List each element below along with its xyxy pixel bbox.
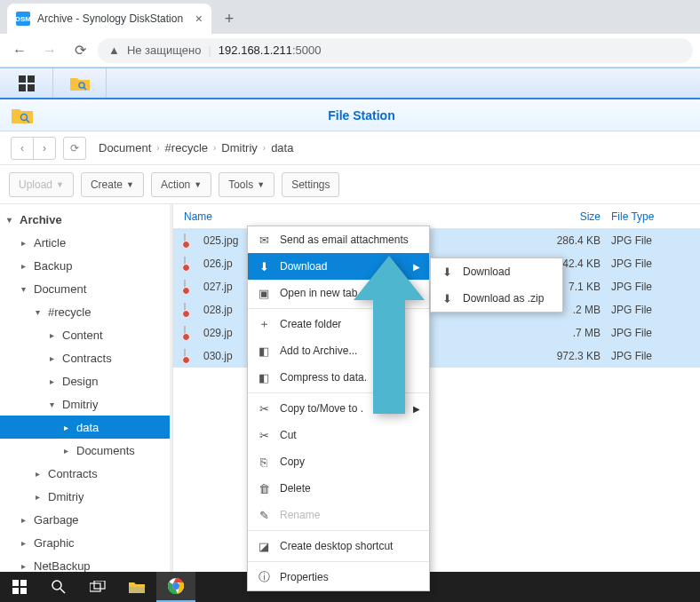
action-button[interactable]: Action▼: [151, 172, 211, 197]
window-title: File Station: [34, 108, 689, 123]
context-menu-item[interactable]: ✉Send as email attachments: [248, 226, 429, 253]
menu-item-icon: ▣: [257, 286, 271, 300]
address-host: 192.168.1.211: [219, 44, 292, 57]
browser-toolbar: ← → ⟳ ▲ Не защищено | 192.168.1.211:5000: [0, 34, 700, 67]
file-size: .7 MB: [531, 327, 611, 339]
tree-toggle-icon[interactable]: ▸: [50, 330, 59, 340]
close-icon[interactable]: ×: [195, 12, 203, 26]
tree-toggle-icon[interactable]: ▸: [21, 561, 30, 571]
image-file-icon: [184, 281, 198, 293]
tree-item-label: data: [76, 421, 99, 434]
tree-item[interactable]: ▸Documents: [0, 439, 172, 462]
windows-icon: [12, 580, 27, 594]
breadcrumb-row: ‹ › ⟳ Document›#recycle›Dmitriy›data: [0, 131, 700, 165]
menu-item-icon: ＋: [257, 317, 271, 331]
tree-toggle-icon[interactable]: ▸: [64, 423, 73, 432]
column-size[interactable]: Size: [531, 210, 611, 223]
tree-toggle-icon[interactable]: ▸: [50, 353, 59, 363]
create-button[interactable]: Create▼: [81, 172, 144, 197]
context-menu-item[interactable]: ⓘProperties: [248, 564, 429, 590]
search-button[interactable]: [39, 572, 78, 602]
tree-toggle-icon[interactable]: ▸: [36, 469, 44, 479]
history-back-button[interactable]: ‹: [11, 137, 34, 160]
tree-item[interactable]: ▸Graphic: [0, 531, 172, 554]
menu-item-icon: ◧: [257, 344, 271, 358]
tree-toggle-icon[interactable]: ▾: [7, 215, 16, 225]
upload-button[interactable]: Upload▼: [9, 172, 74, 197]
tree-item[interactable]: ▸Article: [0, 231, 172, 254]
download-icon: ⬇: [440, 265, 454, 279]
breadcrumb-segment[interactable]: Document: [99, 141, 151, 154]
tree-item[interactable]: ▾Dmitriy: [0, 392, 172, 416]
sidebar-resizer[interactable]: [170, 204, 172, 602]
forward-button[interactable]: →: [37, 38, 62, 63]
file-type: JPG File: [611, 327, 700, 339]
context-menu-item[interactable]: ✂Cut: [248, 422, 429, 448]
address-bar[interactable]: ▲ Не защищено | 192.168.1.211:5000: [98, 38, 693, 63]
tree-toggle-icon[interactable]: ▸: [64, 446, 73, 455]
tree-toggle-icon[interactable]: ▾: [21, 284, 30, 294]
breadcrumb-segment[interactable]: #recycle: [165, 141, 208, 154]
context-menu-item[interactable]: ⎘Copy: [248, 448, 429, 475]
tree-toggle-icon[interactable]: ▸: [21, 238, 30, 248]
tree-item[interactable]: ▸Backup: [0, 254, 172, 277]
task-view-button[interactable]: [78, 572, 117, 602]
dsm-apps-button[interactable]: [0, 68, 53, 98]
file-name: 027.jp: [203, 281, 233, 293]
history-forward-button[interactable]: ›: [33, 137, 56, 160]
context-menu-item[interactable]: 🗑Delete: [248, 475, 429, 502]
submenu-item-label: Download: [463, 265, 510, 278]
chevron-right-icon: ›: [263, 143, 266, 153]
tree-item[interactable]: ▾Archive: [0, 208, 172, 231]
new-tab-button[interactable]: +: [217, 6, 242, 31]
breadcrumb: Document›#recycle›Dmitriy›data: [99, 141, 293, 154]
tree-toggle-icon[interactable]: ▸: [21, 261, 30, 271]
tree-item[interactable]: ▸Content: [0, 323, 172, 346]
reload-button[interactable]: ⟳: [68, 38, 92, 63]
refresh-button[interactable]: ⟳: [63, 137, 86, 160]
tab-title: Archive - Synology DiskStation: [37, 12, 183, 25]
tree-item-label: Contracts: [48, 467, 98, 480]
back-button[interactable]: ←: [7, 38, 32, 63]
tree-item[interactable]: ▸Dmitriy: [0, 485, 172, 508]
svg-rect-11: [94, 581, 105, 589]
tree-item[interactable]: ▸data: [0, 416, 172, 439]
tree-item[interactable]: ▸Contracts: [0, 346, 172, 369]
menu-item-icon: ✉: [257, 233, 271, 247]
tree-item[interactable]: ▸Contracts: [0, 462, 172, 485]
file-name: 026.jp: [203, 257, 233, 270]
submenu-item[interactable]: ⬇Download: [431, 258, 562, 285]
tree-item[interactable]: ▸Design: [0, 369, 172, 392]
svg-rect-6: [12, 588, 19, 594]
column-name[interactable]: Name: [184, 210, 531, 223]
tree-item[interactable]: ▸Garbage: [0, 508, 172, 531]
column-type[interactable]: File Type: [611, 210, 700, 223]
tree-toggle-icon[interactable]: ▸: [36, 492, 44, 502]
menu-item-icon: ⬇: [257, 259, 271, 273]
start-button[interactable]: [0, 572, 39, 602]
tree-toggle-icon[interactable]: ▸: [21, 515, 30, 525]
tree-item[interactable]: ▾Document: [0, 277, 172, 300]
search-icon: [52, 580, 66, 594]
context-menu-item[interactable]: ◪Create desktop shortcut: [248, 533, 429, 559]
tree-toggle-icon[interactable]: ▸: [50, 376, 59, 386]
tree-toggle-icon[interactable]: ▸: [21, 538, 30, 548]
folder-search-icon: [11, 106, 34, 125]
menu-item-label: Cut: [280, 429, 297, 441]
breadcrumb-segment[interactable]: data: [271, 141, 293, 154]
tools-button[interactable]: Tools▼: [219, 172, 274, 197]
settings-button[interactable]: Settings: [282, 172, 339, 197]
browser-tab[interactable]: DSM Archive - Synology DiskStation ×: [7, 4, 211, 34]
chrome-taskbar-button[interactable]: [156, 572, 195, 602]
menu-item-label: Open in new tab: [280, 287, 357, 299]
dsm-file-station-button[interactable]: [53, 68, 107, 98]
menu-item-icon: ✂: [257, 401, 271, 416]
menu-item-icon: 🗑: [257, 481, 271, 495]
breadcrumb-segment[interactable]: Dmitriy: [221, 141, 257, 154]
explorer-taskbar-button[interactable]: [117, 572, 156, 602]
tree-toggle-icon[interactable]: ▾: [36, 307, 44, 317]
submenu-item[interactable]: ⬇Download as .zip: [431, 285, 562, 312]
tree-toggle-icon[interactable]: ▾: [50, 400, 59, 409]
tree-item[interactable]: ▾#recycle: [0, 300, 172, 323]
menu-item-label: Send as email attachments: [280, 234, 409, 246]
